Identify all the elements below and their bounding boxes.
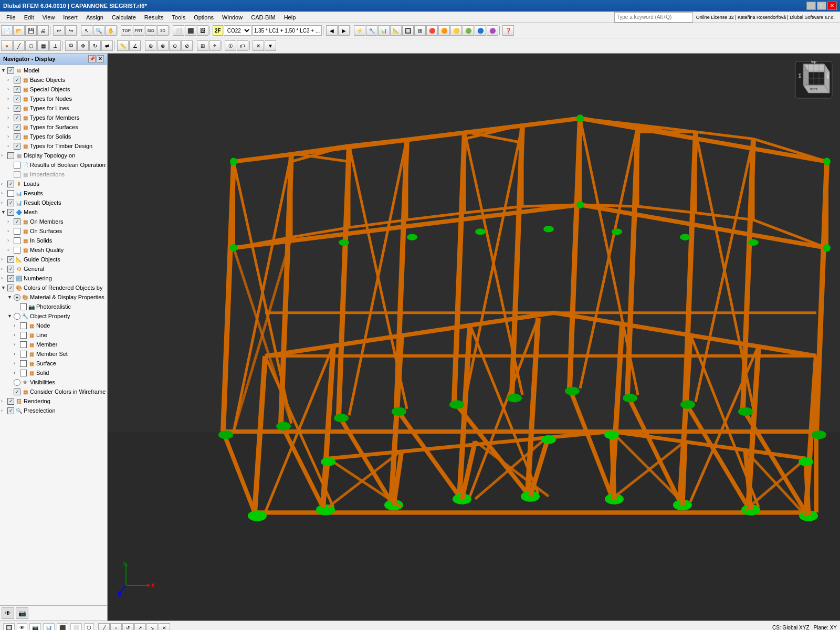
snap1[interactable]: ⊕ bbox=[145, 40, 156, 51]
nav-camera-button[interactable]: 📷 bbox=[16, 607, 28, 619]
tree-item-types-solids[interactable]: › ▦ Types for Solids bbox=[0, 132, 107, 141]
general-expand[interactable]: › bbox=[1, 266, 7, 271]
solid-button[interactable]: ⬛ bbox=[185, 25, 196, 36]
tree-item-material-display[interactable]: ▼ 🎨 Material & Display Properties bbox=[0, 292, 107, 302]
tree-item-display-topology[interactable]: › ▦ Display Topology on bbox=[0, 151, 107, 160]
tree-item-boolean-ops[interactable]: 📄 Results of Boolean Operations bbox=[0, 160, 107, 170]
tool8[interactable]: 🟠 bbox=[438, 25, 450, 36]
cs-tool[interactable]: ⌖ bbox=[209, 40, 220, 51]
member-tool[interactable]: ⬡ bbox=[25, 40, 37, 51]
material-display-expand[interactable]: ▼ bbox=[7, 295, 14, 300]
new-button[interactable]: 📄 bbox=[1, 25, 13, 36]
menu-file[interactable]: File bbox=[2, 13, 20, 22]
in-solids-expand[interactable]: › bbox=[7, 238, 14, 243]
types-lines-checkbox[interactable] bbox=[14, 105, 20, 112]
rendering-checkbox[interactable] bbox=[7, 398, 14, 405]
view-top[interactable]: TOP bbox=[121, 25, 132, 36]
tool4[interactable]: 📐 bbox=[390, 25, 402, 36]
status-icon-7[interactable]: ⬡ bbox=[84, 623, 94, 631]
tool5[interactable]: 🔲 bbox=[402, 25, 414, 36]
tool11[interactable]: 🔵 bbox=[475, 25, 486, 36]
orientation-cube[interactable]: top left right front bbox=[793, 59, 835, 101]
tree-item-on-members[interactable]: › ▦ On Members bbox=[0, 217, 107, 226]
tree-item-model[interactable]: ▼ 🖥 Model bbox=[0, 66, 107, 75]
consider-colors-checkbox[interactable] bbox=[14, 388, 20, 395]
types-members-expand[interactable]: › bbox=[7, 115, 14, 120]
status-icon-2[interactable]: 👁 bbox=[17, 623, 27, 631]
maximize-button[interactable]: □ bbox=[817, 2, 826, 10]
numbering-checkbox[interactable] bbox=[7, 275, 14, 282]
tree-item-visibilities[interactable]: 👁 Visibilities bbox=[0, 377, 107, 387]
nav-eye-button[interactable]: 👁 bbox=[2, 607, 14, 619]
tree-item-member[interactable]: › ▦ Member bbox=[0, 340, 107, 349]
rendering-expand[interactable]: › bbox=[1, 398, 7, 404]
solid-checkbox[interactable] bbox=[20, 370, 27, 376]
status-icon-5[interactable]: ⬛ bbox=[57, 623, 68, 631]
surface-expand[interactable]: › bbox=[14, 361, 20, 366]
types-nodes-checkbox[interactable] bbox=[14, 96, 20, 102]
menu-options[interactable]: Options bbox=[190, 13, 218, 22]
object-property-radio[interactable] bbox=[14, 313, 20, 320]
tree-item-types-surfaces[interactable]: › ▦ Types for Surfaces bbox=[0, 122, 107, 132]
menu-results[interactable]: Results bbox=[140, 13, 168, 22]
navigator-close-button[interactable]: ✕ bbox=[97, 55, 104, 62]
tree-item-general[interactable]: › ⚙ General bbox=[0, 264, 107, 274]
tree-item-node[interactable]: › ▦ Node bbox=[0, 321, 107, 330]
draw-mode-5[interactable]: ↘ bbox=[146, 623, 158, 631]
line-tool[interactable]: ╱ bbox=[13, 40, 25, 51]
minimize-button[interactable]: ─ bbox=[806, 2, 816, 10]
snap2[interactable]: ⊗ bbox=[157, 40, 169, 51]
visibilities-radio[interactable] bbox=[14, 379, 20, 386]
member-checkbox[interactable] bbox=[20, 341, 27, 348]
rotate-tool[interactable]: ↻ bbox=[89, 40, 101, 51]
tool7[interactable]: 🔴 bbox=[426, 25, 438, 36]
display-topology-expand[interactable]: › bbox=[1, 153, 7, 158]
view-front[interactable]: FRT bbox=[133, 25, 144, 36]
mesh-quality-expand[interactable]: › bbox=[7, 247, 14, 253]
menu-edit[interactable]: Edit bbox=[20, 13, 38, 22]
types-solids-checkbox[interactable] bbox=[14, 133, 20, 140]
tree-item-mesh-quality[interactable]: › ▦ Mesh Quality bbox=[0, 245, 107, 255]
delete-tool[interactable]: ✕ bbox=[253, 40, 264, 51]
model-checkbox[interactable] bbox=[7, 67, 14, 74]
tool1[interactable]: ⚡ bbox=[354, 25, 365, 36]
colors-rendered-checkbox[interactable] bbox=[7, 285, 14, 291]
status-icon-3[interactable]: 📷 bbox=[29, 623, 41, 631]
guide-objects-checkbox[interactable] bbox=[7, 256, 14, 263]
node-tool[interactable]: ● bbox=[1, 40, 13, 51]
help-button[interactable]: ❓ bbox=[502, 25, 514, 36]
display-topology-checkbox[interactable] bbox=[7, 152, 14, 159]
object-property-expand[interactable]: ▼ bbox=[7, 313, 14, 319]
tree-item-types-timber[interactable]: › ▦ Types for Timber Design bbox=[0, 141, 107, 151]
tree-item-on-surfaces[interactable]: › ▦ On Surfaces bbox=[0, 226, 107, 236]
menu-insert[interactable]: Insert bbox=[59, 13, 82, 22]
node-expand[interactable]: › bbox=[14, 323, 20, 328]
tree-item-special-objects[interactable]: › ▦ Special Objects bbox=[0, 85, 107, 94]
draw-mode-1[interactable]: ╱ bbox=[98, 623, 110, 631]
move-tool[interactable]: ✥ bbox=[77, 40, 89, 51]
line-checkbox[interactable] bbox=[20, 332, 27, 339]
general-checkbox[interactable] bbox=[7, 266, 14, 272]
menu-window[interactable]: Window bbox=[218, 13, 247, 22]
menu-cadbim[interactable]: CAD-BIM bbox=[247, 13, 279, 22]
loads-checkbox[interactable] bbox=[7, 181, 14, 187]
on-members-expand[interactable]: › bbox=[7, 219, 14, 224]
menu-view[interactable]: View bbox=[38, 13, 59, 22]
guide-objects-expand[interactable]: › bbox=[1, 257, 7, 262]
colors-rendered-expand[interactable]: ▼ bbox=[1, 285, 7, 290]
result-objects-checkbox[interactable] bbox=[7, 200, 14, 206]
tool6[interactable]: ⊞ bbox=[414, 25, 426, 36]
tree-item-solid[interactable]: › ▦ Solid bbox=[0, 368, 107, 377]
tool10[interactable]: 🟢 bbox=[463, 25, 474, 36]
co-combo[interactable]: CO22 bbox=[224, 25, 251, 36]
status-icon-1[interactable]: 🔲 bbox=[3, 623, 15, 631]
special-objects-checkbox[interactable] bbox=[14, 86, 20, 93]
tree-item-preselection[interactable]: › 🔍 Preselection bbox=[0, 406, 107, 415]
tree-item-types-lines[interactable]: › ▦ Types for Lines bbox=[0, 103, 107, 113]
view-side[interactable]: SID bbox=[145, 25, 156, 36]
on-members-checkbox[interactable] bbox=[14, 218, 20, 225]
copy-tool[interactable]: ⧉ bbox=[65, 40, 77, 51]
tree-item-colors-rendered[interactable]: ▼ 🎨 Colors of Rendered Objects by bbox=[0, 283, 107, 292]
results-checkbox[interactable] bbox=[7, 190, 14, 197]
support-tool[interactable]: ⊥ bbox=[49, 40, 61, 51]
